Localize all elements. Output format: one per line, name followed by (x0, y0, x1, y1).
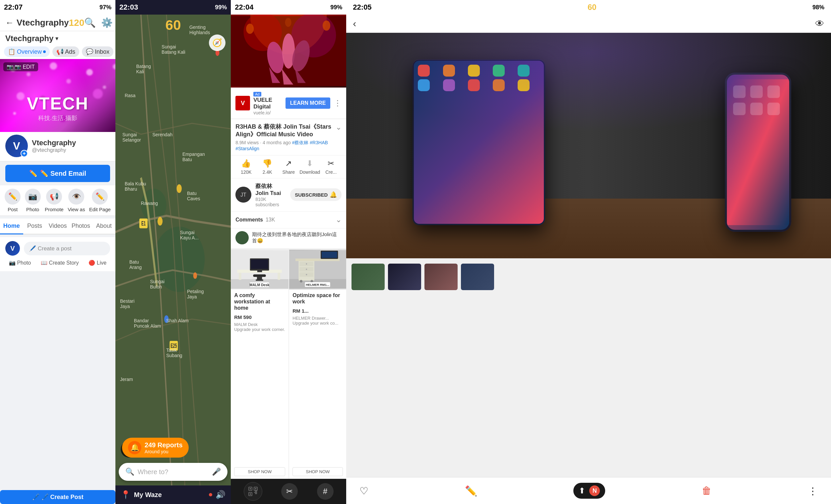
eye-icon[interactable]: 👁 (815, 18, 824, 29)
qr-icon (248, 486, 258, 496)
svg-text:JT: JT (240, 192, 247, 198)
nav-photos[interactable]: Photos (69, 218, 92, 234)
place-genting: GentingHighlands (189, 25, 210, 35)
thumbs-down-icon: 👎 (262, 159, 272, 168)
create-story-btn[interactable]: 📖 Create Story (41, 260, 79, 266)
gallery-share-menu: ⬆ N (573, 483, 605, 499)
app-icon-5 (518, 65, 529, 77)
download-button[interactable]: ⬇ Download (299, 159, 320, 175)
svg-rect-42 (306, 269, 307, 270)
action-view-as[interactable]: 👁️ View as (68, 189, 85, 212)
gallery-share-icon[interactable]: ⬆ (579, 486, 585, 495)
search-icon[interactable]: 🔍 (84, 17, 96, 28)
gallery-more-button[interactable]: ⋮ (808, 485, 818, 497)
learn-more-button[interactable]: LEARN MORE (286, 97, 331, 109)
back-button[interactable]: ← (5, 18, 14, 28)
cover-text: VTECH 科技.生活.攝影 (0, 93, 115, 122)
waze-search-placeholder: Where to? (138, 468, 208, 476)
mic-icon[interactable]: 🎤 (212, 468, 221, 476)
gallery-back-button[interactable]: ‹ (353, 18, 356, 29)
tab-inbox[interactable]: 💬 Inbox (82, 47, 113, 57)
waze-search-bar[interactable]: 🔍 Where to? 🎤 (119, 463, 228, 481)
yt-comments-row[interactable]: Comments 13K ⌄ (231, 212, 346, 229)
notification-count: 120 (69, 18, 85, 28)
action-post[interactable]: ✏️ Post (5, 189, 21, 212)
send-email-icon: ✏️ (29, 170, 37, 177)
waze-map[interactable]: E1 E25 60 🧭 GentingHighlands SungaiBatan… (115, 14, 231, 504)
title-expand-icon[interactable]: ⌄ (336, 123, 342, 131)
nav-about[interactable]: About (92, 218, 116, 234)
place-batu-arang: BatuArang (129, 259, 142, 270)
svg-point-3 (177, 184, 182, 193)
gallery-edit-button[interactable]: ✏️ (465, 485, 477, 497)
action-promote[interactable]: 📢 Promote (45, 189, 64, 212)
ad-more-options[interactable]: ⋮ (334, 98, 342, 108)
app-icon-7 (443, 79, 455, 91)
gallery-thumb-1[interactable] (351, 264, 385, 290)
send-email-button[interactable]: ✏️ ✏️ Send Email (5, 165, 110, 182)
create-post-button[interactable]: 🖊️ 🖊️ Create Post (0, 490, 115, 504)
live-btn[interactable]: 🔴 Live (89, 260, 107, 266)
share-button[interactable]: ↗ Share (278, 159, 299, 175)
gallery-thumb-3[interactable] (425, 264, 458, 290)
avatar-add-button[interactable]: + (21, 150, 28, 157)
gallery-like-button[interactable]: ♡ (360, 485, 368, 497)
promote-icon: 📢 (46, 189, 62, 205)
action-edit-page[interactable]: ✏️ Edit Page (89, 189, 111, 212)
share-icon: ↗ (285, 159, 292, 168)
channel-name: 蔡依林 Jolin Tsai (255, 182, 286, 197)
create-post-bottom-bar: 🖊️ 🖊️ Create Post (0, 487, 115, 504)
gallery-thumb-4[interactable] (461, 264, 494, 290)
cover-edit-button[interactable]: 📷 📷 EDIT (3, 62, 38, 71)
action-photo[interactable]: 📷 Photo (25, 189, 41, 212)
nav-videos[interactable]: Videos (46, 218, 69, 234)
settings-icon[interactable]: ⚙️ (101, 17, 113, 28)
status-bar-yt: 22:04 99% (231, 0, 346, 14)
yt-video-thumbnail[interactable]: 48 (231, 14, 346, 88)
dislike-button[interactable]: 👎 2.4K (257, 159, 278, 175)
gallery-time: 22:05 (353, 3, 371, 11)
emoji-btn[interactable]: # (317, 483, 334, 500)
yt-ad-card-2[interactable]: HELMER RM1... Optimize space for work RM… (288, 250, 346, 479)
gallery-status-icons: 98% (812, 4, 824, 11)
create-button[interactable]: ✂ Cre... (320, 159, 342, 175)
photo-post-btn[interactable]: 📷 Photo (9, 260, 31, 266)
view-as-label: View as (68, 207, 85, 212)
gallery-thumb-2[interactable] (388, 264, 421, 290)
volume-icon[interactable]: 🔊 (216, 490, 226, 499)
like-button[interactable]: 👍 120K (235, 159, 257, 175)
comments-count: 13K (266, 217, 275, 223)
ad1-price: RM 590 (231, 314, 288, 321)
dropdown-icon[interactable]: ▾ (55, 35, 58, 42)
ad-card-1-image: MALM Desk (231, 250, 288, 290)
app-icon-9 (493, 79, 505, 91)
ad2-cta[interactable]: SHOP NOW (292, 467, 343, 476)
fb-action-grid: ✏️ Post 📷 Photo 📢 Promote 👁️ View as ✏️ … (0, 185, 115, 216)
svg-rect-58 (727, 79, 789, 225)
ad-brand-row: Ad VUELE Digital (253, 91, 282, 110)
tab-overview[interactable]: 📋 Overview (4, 47, 50, 57)
ad-logo: V (235, 96, 250, 111)
create-a-post-input[interactable]: 🖊️ Create a post (24, 242, 110, 255)
create-icon: ✂ (327, 159, 334, 168)
yt-ad-card-1[interactable]: MALM Desk A comfy workstation at home RM… (231, 250, 288, 479)
ad1-cta[interactable]: SHOP NOW (234, 467, 285, 476)
nav-home[interactable]: Home (0, 218, 23, 234)
fold-screen-main (414, 61, 544, 224)
svg-rect-33 (256, 279, 263, 281)
waze-compass[interactable]: 🧭 (209, 34, 226, 51)
nav-posts[interactable]: Posts (23, 218, 47, 234)
yt-main-btn[interactable] (244, 482, 262, 501)
crop-btn[interactable]: ✂ (281, 483, 298, 500)
gallery-bottom-toolbar: ♡ ✏️ ⬆ N 🗑 ⋮ (346, 477, 831, 504)
place-tasik-subang: TasikSubang (166, 348, 182, 358)
gallery-delete-button[interactable]: 🗑 (702, 485, 712, 496)
gallery-header: ‹ 👁 (346, 14, 831, 33)
channel-avatar: JT (235, 187, 251, 203)
tab-ads[interactable]: 📢 Ads (52, 47, 79, 57)
subscribe-button[interactable]: SUBSCRIBED 🔔 (290, 188, 342, 201)
status-battery: 97% (99, 4, 111, 11)
gallery-large-image[interactable] (346, 33, 831, 258)
comments-expand-icon[interactable]: ⌄ (336, 215, 342, 224)
waze-reports-badge[interactable]: 🔔 249 Reports Around you (122, 438, 189, 457)
